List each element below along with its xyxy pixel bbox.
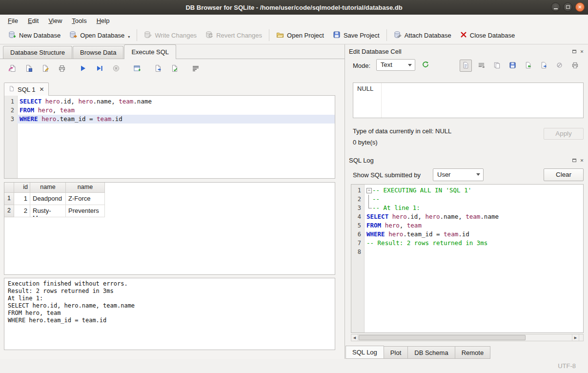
open-query-tab-button[interactable]: [131, 63, 143, 75]
sql-editor[interactable]: 1SELECT hero.id, hero.name, team.name2FR…: [4, 95, 335, 179]
mode-label: Mode:: [353, 62, 370, 69]
save-project-button[interactable]: Save Project: [328, 28, 384, 42]
cell-hero-name[interactable]: Deadpond: [30, 193, 66, 205]
open-database-button[interactable]: Open Database ▾: [65, 28, 134, 42]
close-database-button[interactable]: Close Database: [456, 29, 520, 42]
write-changes-label: Write Changes: [155, 32, 197, 39]
copy-cell-button[interactable]: [491, 60, 503, 72]
cell-team-name[interactable]: Preventers: [66, 205, 105, 217]
tab-browse-data[interactable]: Browse Data: [73, 46, 123, 59]
import-cell-button[interactable]: [522, 60, 534, 72]
open-sql-file-button[interactable]: [6, 63, 18, 75]
sql-log-line[interactable]: 1-- EXECUTING ALL IN 'SQL 1': [351, 186, 583, 195]
sql-log-line[interactable]: 2--: [351, 195, 583, 204]
minimize-button[interactable]: [551, 2, 560, 12]
wrap-lines-button[interactable]: [475, 60, 487, 72]
execute-current-line-button[interactable]: [93, 63, 105, 75]
maximize-button[interactable]: [563, 2, 572, 12]
save-sql-file-button[interactable]: [22, 63, 35, 75]
sql-editor-line[interactable]: 2FROM hero, team: [4, 106, 335, 115]
main-tabbar: Database Structure Browse Data Execute S…: [0, 44, 345, 59]
sql-log-line[interactable]: 5FROM hero, team: [351, 221, 583, 230]
sql-log-line[interactable]: 3-- At line 1:: [351, 204, 583, 212]
left-pane: Database Structure Browse Data Execute S…: [0, 44, 345, 359]
menu-edit[interactable]: Edit: [23, 16, 43, 26]
table-row[interactable]: 22Rusty-ManPreventers: [4, 205, 335, 217]
attach-database-button[interactable]: Attach Database: [389, 28, 456, 42]
grid-corner: [4, 183, 14, 193]
tab-plot[interactable]: Plot: [384, 346, 408, 359]
save-results-button[interactable]: [168, 63, 181, 75]
cell-team-name[interactable]: Z-Force: [66, 193, 105, 205]
sql-log-line[interactable]: 8: [351, 248, 583, 256]
stop-icon: [112, 64, 120, 74]
mode-select[interactable]: Text: [376, 59, 415, 71]
execute-all-icon: [79, 64, 87, 74]
window-controls: ✕: [551, 2, 585, 12]
open-project-button[interactable]: Open Project: [272, 28, 328, 42]
execute-all-button[interactable]: [77, 63, 89, 75]
column-header-id[interactable]: id: [14, 183, 30, 193]
fold-marker-icon[interactable]: [366, 186, 372, 195]
execution-message: Execution finished without errors. Resul…: [4, 278, 335, 350]
set-null-button[interactable]: [553, 60, 566, 72]
scrollbar-track[interactable]: [358, 334, 572, 341]
menu-help[interactable]: Help: [92, 16, 115, 26]
print-button[interactable]: [56, 63, 68, 75]
column-header-hero-name[interactable]: name: [30, 183, 66, 193]
table-row[interactable]: 11DeadpondZ-Force: [4, 193, 335, 205]
sql-log-line[interactable]: 4SELECT hero.id, hero.name, team.name: [351, 212, 583, 221]
sql-log-line[interactable]: 7-- Result: 2 rows returned in 3ms: [351, 239, 583, 248]
export-results-button[interactable]: [152, 63, 164, 75]
menu-file[interactable]: File: [3, 16, 23, 26]
export-cell-button[interactable]: [538, 60, 550, 72]
sql-log-filter-select[interactable]: User: [433, 168, 484, 181]
close-panel-icon[interactable]: ✕: [579, 157, 585, 164]
save-project-label: Save Project: [344, 32, 380, 39]
float-panel-icon[interactable]: [571, 157, 577, 164]
open-database-dropdown-icon[interactable]: ▾: [128, 35, 130, 40]
close-button[interactable]: ✕: [575, 2, 585, 12]
auto-mode-button[interactable]: [419, 59, 431, 71]
float-panel-icon[interactable]: [571, 48, 577, 55]
menu-tools[interactable]: Tools: [67, 16, 91, 26]
print-cell-button[interactable]: [569, 60, 581, 72]
set-null-icon: [556, 62, 563, 70]
column-header-team-name[interactable]: name: [66, 183, 105, 193]
line-number: 6: [351, 230, 364, 239]
cell-id[interactable]: 1: [14, 193, 30, 205]
save-cell-icon: [509, 62, 516, 70]
log-horizontal-scrollbar[interactable]: ◀ ▶: [351, 334, 584, 341]
clear-log-button[interactable]: Clear: [544, 168, 584, 181]
close-tab-icon[interactable]: ✕: [39, 86, 44, 93]
word-wrap-button[interactable]: [189, 63, 202, 75]
menu-view[interactable]: View: [43, 16, 67, 26]
save-cell-button[interactable]: [507, 60, 519, 72]
sql1-tab[interactable]: SQL 1 ✕: [4, 83, 49, 96]
tab-remote[interactable]: Remote: [455, 346, 491, 359]
tab-database-structure[interactable]: Database Structure: [3, 46, 72, 59]
cell-hero-name[interactable]: Rusty-Man: [30, 205, 66, 217]
sql-log-view[interactable]: 1-- EXECUTING ALL IN 'SQL 1'2--3-- At li…: [351, 184, 584, 333]
scroll-right-icon[interactable]: ▶: [572, 334, 579, 341]
cell-editor[interactable]: NULL: [353, 83, 584, 118]
tab-execute-sql[interactable]: Execute SQL: [124, 44, 176, 59]
window-titlebar[interactable]: DB Browser for SQLite - /home/user/code/…: [0, 0, 588, 15]
close-panel-icon[interactable]: ✕: [579, 48, 585, 55]
scrollbar-thumb[interactable]: [359, 335, 526, 340]
sql-log-line[interactable]: 6WHERE hero.team_id = team.id: [351, 230, 583, 239]
tab-db-schema[interactable]: DB Schema: [407, 346, 455, 359]
tab-sql-log[interactable]: SQL Log: [345, 346, 384, 359]
float-window-icon: [572, 159, 576, 162]
import-cell-icon: [525, 62, 532, 70]
new-database-label: New Database: [19, 32, 61, 39]
save-sql-file-as-button[interactable]: [39, 63, 51, 75]
sql-editor-line[interactable]: 1SELECT hero.id, hero.name, team.name: [4, 97, 335, 106]
sql-editor-line[interactable]: 3WHERE hero.team_id = team.id: [4, 115, 335, 124]
scrollbar-corner: [579, 334, 583, 341]
scroll-left-icon[interactable]: ◀: [351, 334, 358, 341]
text-mode-button[interactable]: [460, 60, 472, 72]
new-database-button[interactable]: New Database: [4, 28, 65, 42]
cell-id[interactable]: 2: [14, 205, 30, 217]
revert-changes-button: Revert Changes: [201, 28, 266, 42]
